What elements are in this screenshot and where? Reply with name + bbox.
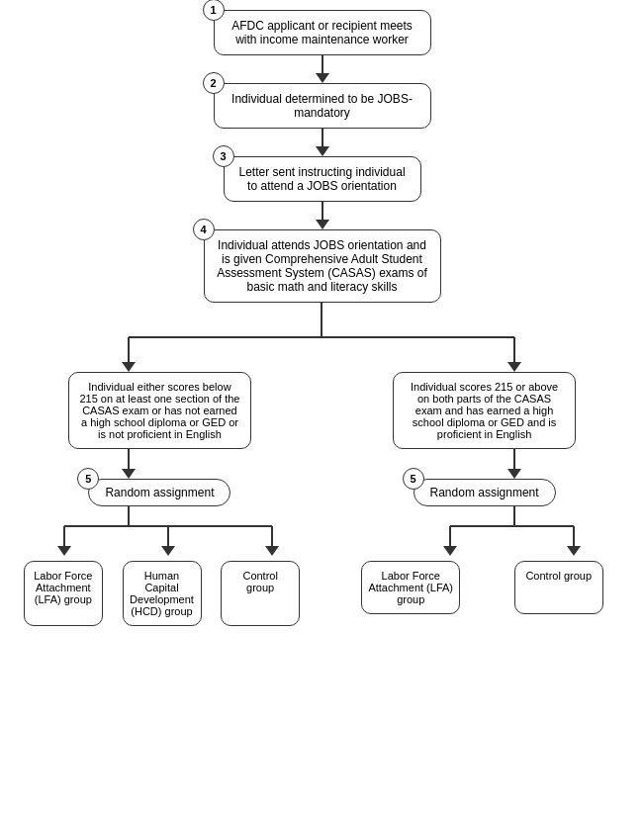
step3-box: 3 Letter sent instructing individual to … [224,156,421,202]
svg-marker-21 [443,546,457,556]
arrow2 [316,129,329,156]
right-random-col: 5 Random assignment [334,479,634,506]
arrow-random-svg [10,449,634,479]
left-condition-text: Individual either scores below 215 on at… [79,381,239,440]
random-row: 5 Random assignment 5 Random assignment [10,479,634,506]
conditions-row: Individual either scores below 215 on at… [10,372,634,449]
step2-num: 2 [203,72,225,94]
step4-num: 4 [193,219,215,240]
arrow1 [316,55,329,83]
right-condition-text: Individual scores 215 or above on both p… [411,381,558,440]
left-group-control-text: Control group [242,570,277,593]
left-random-oval: 5 Random assignment [88,479,230,506]
left-random-text: Random assignment [105,486,214,499]
flowchart: 1 AFDC applicant or recipient meets with… [10,10,634,626]
right-random-text: Random assignment [430,486,539,499]
svg-marker-9 [507,469,521,479]
groups-row: Labor Force Attachment (LFA) group Human… [10,561,634,626]
step1-box: 1 AFDC applicant or recipient meets with… [214,10,431,55]
arrow3 [316,202,329,229]
left-group-control: Control group [221,561,300,626]
svg-marker-13 [57,546,71,556]
step4-box: 4 Individual attends JOBS orientation an… [204,229,441,303]
right-group-lfa: Labor Force Attachment (LFA) group [361,561,460,614]
right-random-oval: 5 Random assignment [414,479,556,506]
left-group-hcd: Human Capital Development (HCD) group [123,561,202,626]
arrow-to-groups [10,506,634,561]
left-condition-box: Individual either scores below 215 on at… [68,372,251,449]
right-condition-box: Individual scores 215 or above on both p… [393,372,576,449]
step3-num: 3 [213,145,234,167]
right-group-control: Control group [514,561,603,614]
split-lines-svg [10,303,634,372]
right-groups: Labor Force Attachment (LFA) group Contr… [334,561,630,614]
svg-marker-17 [265,546,279,556]
right-group-lfa-text: Labor Force Attachment (LFA) group [368,570,453,605]
step5-left-num: 5 [77,468,99,490]
svg-marker-23 [567,546,581,556]
step1-num: 1 [203,0,225,21]
arrow-groups-svg [10,506,634,561]
step4-text: Individual attends JOBS orientation and … [217,238,427,294]
step3-text: Letter sent instructing individual to at… [238,165,405,193]
left-groups: Labor Force Attachment (LFA) group Human… [14,561,310,626]
right-condition-col: Individual scores 215 or above on both p… [334,372,634,449]
split-from-step4 [10,303,634,372]
left-group-lfa-text: Labor Force Attachment (LFA) group [34,570,92,605]
step2-text: Individual determined to be JOBS-mandato… [231,92,413,120]
svg-marker-7 [122,469,136,479]
right-group-control-text: Control group [525,570,592,582]
left-group-hcd-text: Human Capital Development (HCD) group [130,570,194,617]
left-group-lfa: Labor Force Attachment (LFA) group [24,561,103,626]
svg-marker-4 [122,362,136,372]
step1-text: AFDC applicant or recipient meets with i… [231,19,413,46]
left-condition-col: Individual either scores below 215 on at… [10,372,310,449]
step2-box: 2 Individual determined to be JOBS-manda… [214,83,431,129]
svg-marker-15 [161,546,175,556]
svg-marker-5 [507,362,521,372]
arrow-to-random [10,449,634,479]
left-random-col: 5 Random assignment [10,479,310,506]
step5-right-num: 5 [403,468,424,490]
